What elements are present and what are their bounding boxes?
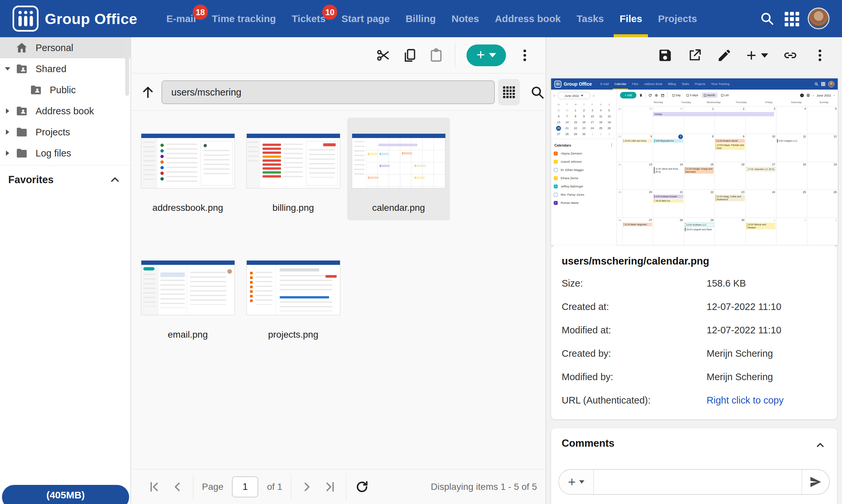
sidebar-item-personal[interactable]: Personal	[0, 37, 130, 58]
copy-url-link[interactable]: Right click to copy	[706, 395, 784, 406]
day-cell: 28	[653, 218, 683, 245]
chevron-right-icon[interactable]	[0, 150, 15, 156]
weekday-label: Sunday	[810, 101, 838, 106]
day-number: 18	[803, 163, 806, 166]
divider	[193, 474, 193, 500]
collapse-comments-icon[interactable]	[815, 439, 826, 451]
day-cell: 110:00 Wisozk and Sawayn	[746, 218, 776, 245]
file-cell-billing[interactable]: billing.png	[243, 133, 344, 213]
folder-icon	[15, 147, 28, 160]
weekday-label: Thursday	[727, 101, 755, 106]
detail-label: URL (Authenticated):	[562, 395, 651, 406]
grid-view-toggle[interactable]	[498, 79, 520, 105]
preview-calendar-sidebar: ‹ June 2022 › MTWTFSS3031123456789101112…	[551, 90, 617, 246]
divider	[291, 474, 291, 500]
file-cell-email[interactable]: email.png	[137, 260, 238, 340]
comment-input[interactable]	[594, 470, 802, 494]
path-bar	[131, 74, 545, 111]
edit-icon[interactable]	[717, 48, 732, 63]
refresh-icon[interactable]	[355, 480, 369, 494]
calendar-name: Elnara Zieme	[561, 177, 578, 180]
search-files-icon[interactable]	[530, 85, 545, 100]
next-page-icon[interactable]	[300, 480, 314, 494]
chevron-right-icon[interactable]	[0, 108, 15, 114]
chevron-up-icon[interactable]	[109, 174, 121, 185]
user-avatar[interactable]	[808, 7, 829, 29]
thumbnail-image	[352, 133, 446, 188]
path-input[interactable]	[161, 80, 495, 104]
view-icon	[673, 94, 675, 96]
preview-nav-item: Address Book	[644, 78, 662, 90]
add-menu-button[interactable]: +	[747, 48, 768, 63]
page-number-input[interactable]	[232, 476, 258, 498]
nav-item-start-page[interactable]: Start page	[341, 0, 390, 37]
nav-item-time-tracking[interactable]: Time tracking	[212, 0, 276, 37]
weekday-label: Saturday	[783, 101, 810, 106]
week-row: 23610:00 Littel and Sons79:00 Reynolds I…	[617, 134, 838, 162]
sidebar-item-address-book[interactable]: Address book	[0, 101, 130, 122]
save-icon[interactable]	[658, 48, 673, 63]
event-chip: 9:00 Lindgren LLC	[777, 139, 806, 143]
open-in-new-icon[interactable]	[687, 48, 702, 63]
month-select: June 2022	[557, 92, 590, 99]
day-number: 30	[741, 218, 744, 222]
nav-item-address-book[interactable]: Address book	[495, 0, 561, 37]
app-title: Group Office	[45, 11, 137, 28]
nav-item-tasks[interactable]: Tasks	[576, 0, 604, 37]
nav-item-billing[interactable]: Billing	[406, 0, 436, 37]
send-comment-button[interactable]	[802, 470, 829, 494]
first-page-icon[interactable]	[147, 480, 161, 494]
nav-item-files[interactable]: Files	[620, 0, 642, 37]
file-cell-projects[interactable]: projects.png	[243, 260, 344, 340]
sidebar-item-log-files[interactable]: Log files	[0, 143, 130, 164]
view-icon	[686, 94, 689, 96]
event-chip: 16:00 Langosh and Ryan	[685, 228, 714, 231]
day-cell: 1	[684, 106, 715, 134]
more-options-icon: ⋮	[610, 143, 613, 147]
previous-page-icon[interactable]	[170, 480, 184, 494]
preview-nav-item: Billing	[668, 78, 676, 90]
nav-item-projects[interactable]: Projects	[658, 0, 697, 37]
file-cell-addressbook[interactable]: addressbook.png	[137, 133, 238, 213]
favorites-section-header[interactable]: Favorites	[0, 165, 130, 186]
app-launcher-icon[interactable]	[785, 12, 799, 26]
chevron-right-icon[interactable]	[0, 129, 15, 135]
chevron-down-icon[interactable]	[0, 67, 15, 71]
go-up-icon[interactable]	[140, 85, 156, 100]
nav-item-e-mail[interactable]: E-mail18	[166, 0, 196, 37]
mini-month-calendar: MTWTFSS303112345678910111213141516171819…	[554, 102, 613, 137]
sidebar-item-projects[interactable]: Projects	[0, 122, 130, 143]
more-options-icon[interactable]	[812, 48, 827, 63]
scrollbar-thumb[interactable]	[125, 40, 129, 96]
sidebar-item-shared[interactable]: Shared	[0, 58, 130, 79]
mini-day: 6	[554, 114, 563, 119]
last-page-icon[interactable]	[323, 480, 337, 494]
copy-icon[interactable]	[402, 48, 417, 63]
file-preview-image: Group Office E-mailCalendarFilesAddress …	[551, 78, 838, 246]
day-cell: 610:00 Littel and Sons	[622, 134, 653, 161]
file-cell-calendar[interactable]: calendar.png	[348, 133, 449, 213]
nav-item-tickets[interactable]: Tickets10	[292, 0, 326, 37]
week-number: 24	[617, 162, 622, 190]
attach-menu-button[interactable]: +	[559, 470, 594, 494]
quota-usage-badge[interactable]: (405MB)	[2, 485, 129, 504]
home-icon	[15, 41, 28, 54]
sidebar-item-public[interactable]: Public	[0, 79, 130, 101]
mini-day: 16	[580, 120, 588, 125]
file-details-card: users/mschering/calendar.png Size: 158.6…	[551, 246, 837, 419]
search-icon[interactable]	[759, 11, 774, 26]
link-icon[interactable]	[783, 48, 798, 63]
cut-icon[interactable]	[376, 48, 391, 63]
mini-dow-label: T	[563, 102, 572, 107]
mini-day: 21	[563, 126, 572, 131]
add-event-button: + Add	[620, 92, 637, 98]
view-icon	[721, 94, 723, 96]
nav-item-notes[interactable]: Notes	[452, 0, 479, 37]
add-file-button[interactable]: +	[466, 44, 506, 66]
caret-down-icon	[489, 53, 496, 57]
mini-day: 28	[563, 132, 572, 137]
paste-icon[interactable]	[429, 48, 444, 63]
week-gutter	[617, 101, 645, 106]
event-chip: 10:00 Littel and Sons	[623, 139, 652, 143]
more-options-icon[interactable]	[517, 48, 532, 63]
